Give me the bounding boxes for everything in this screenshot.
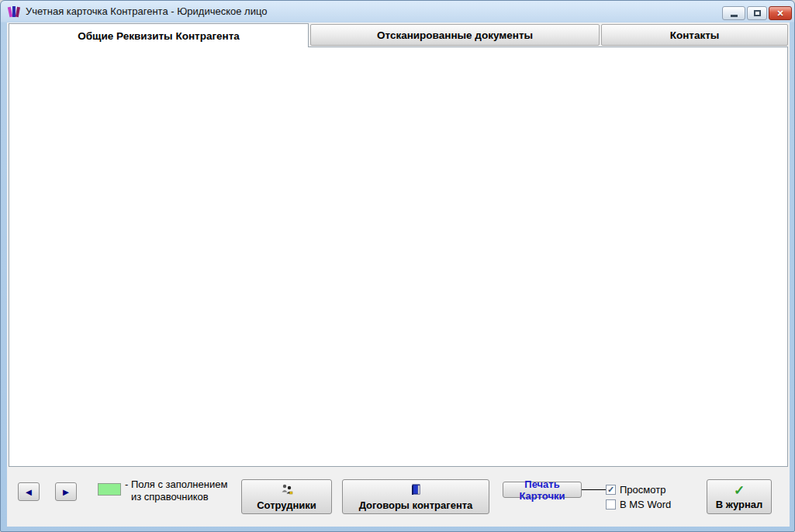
ms-word-checkbox-label: В MS Word	[620, 499, 671, 510]
tab-contacts[interactable]: Контакты	[601, 24, 788, 46]
tab-general-details[interactable]: Общие Реквизиты Контрагента	[9, 23, 309, 47]
tab-label: Отсканированные документы	[377, 29, 533, 41]
preview-checkbox-label: Просмотр	[620, 484, 665, 496]
ms-word-checkbox[interactable]	[606, 499, 616, 510]
back-icon: ◄	[24, 487, 34, 497]
legend-line-1: - Поля с заполнением	[125, 478, 227, 491]
print-card-button[interactable]: Печать Карточки	[503, 482, 582, 498]
minimize-icon	[731, 15, 738, 17]
window-title: Учетная карточка Контрагента - Юридическ…	[26, 5, 267, 17]
client-area: Общие Реквизиты Контрагента Отсканирован…	[7, 22, 790, 527]
next-record-button[interactable]: ►	[55, 482, 77, 501]
tab-label: Общие Реквизиты Контрагента	[78, 30, 240, 42]
to-journal-button-label: В журнал	[716, 499, 763, 510]
to-journal-button[interactable]: ✓ В журнал	[707, 479, 772, 514]
minimize-button[interactable]	[722, 6, 745, 20]
employees-icon	[281, 483, 293, 498]
employees-button[interactable]: Сотрудники	[241, 479, 332, 514]
print-options-connector	[582, 489, 606, 490]
forward-icon: ►	[61, 487, 71, 497]
tab-label: Контакты	[670, 29, 720, 41]
previous-record-button[interactable]: ◄	[18, 482, 40, 501]
close-icon: ✕	[776, 9, 783, 18]
tab-scanned-documents[interactable]: Отсканированные документы	[310, 24, 600, 46]
counterparty-card-window: Учетная карточка Контрагента - Юридическ…	[0, 0, 795, 532]
dictionary-legend: - Поля с заполнением из справочников	[125, 478, 227, 503]
contracts-button[interactable]: Договоры контрагента	[342, 479, 489, 514]
maximize-button[interactable]	[747, 6, 767, 20]
books-icon	[7, 5, 21, 19]
preview-checkbox[interactable]: ✓	[606, 485, 616, 495]
checkbox-check-icon: ✓	[607, 485, 614, 494]
employees-button-label: Сотрудники	[257, 499, 316, 511]
close-button[interactable]: ✕	[769, 6, 792, 20]
journal-check-icon: ✓	[734, 484, 745, 497]
general-details-panel	[9, 47, 788, 467]
dictionary-field-swatch	[98, 483, 121, 496]
legend-line-2: из справочников	[131, 491, 227, 503]
maximize-icon	[754, 10, 761, 16]
titlebar[interactable]: Учетная карточка Контрагента - Юридическ…	[1, 1, 794, 22]
contract-book-icon	[410, 483, 422, 498]
contracts-button-label: Договоры контрагента	[359, 499, 473, 511]
